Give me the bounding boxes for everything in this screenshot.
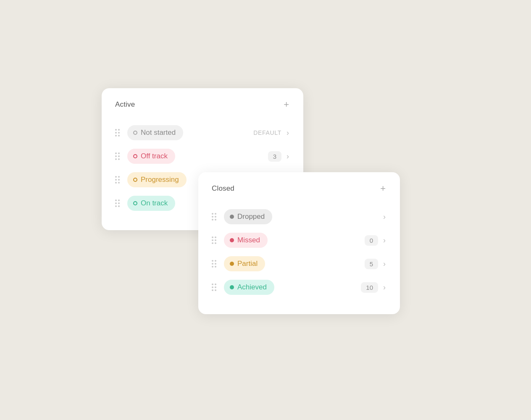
- drag-handle-achieved[interactable]: [212, 284, 216, 291]
- chevron-achieved[interactable]: ›: [382, 284, 386, 291]
- dot-partial: [230, 262, 234, 266]
- label-off-track: Off track: [141, 152, 168, 160]
- chevron-off-track[interactable]: ›: [286, 152, 290, 160]
- status-row-missed: Missed 0 ›: [212, 228, 386, 252]
- dot-on-track: [133, 201, 137, 205]
- badge-dropped: Dropped: [224, 209, 272, 224]
- chevron-partial[interactable]: ›: [382, 260, 386, 268]
- row-right-missed: 0 ›: [365, 235, 386, 246]
- closed-status-list: Dropped › Missed 0 ›: [212, 205, 386, 299]
- status-row-off-track: Off track 3 ›: [115, 144, 290, 168]
- label-dropped: Dropped: [237, 213, 265, 221]
- drag-handle-partial[interactable]: [212, 260, 216, 268]
- row-right-partial: 5 ›: [365, 259, 386, 269]
- active-panel-title: Active: [115, 100, 135, 109]
- closed-panel-title: Closed: [212, 184, 234, 193]
- chevron-not-started[interactable]: ›: [286, 129, 290, 136]
- label-progressing: Progressing: [141, 176, 179, 184]
- badge-missed: Missed: [224, 233, 268, 248]
- drag-handle-on-track[interactable]: [115, 200, 120, 207]
- badge-achieved: Achieved: [224, 280, 274, 295]
- row-right-dropped: ›: [382, 213, 386, 220]
- count-partial: 5: [365, 259, 378, 269]
- label-achieved: Achieved: [237, 283, 267, 291]
- status-row-dropped: Dropped ›: [212, 205, 386, 228]
- dot-not-started: [133, 131, 137, 135]
- status-row-achieved: Achieved 10 ›: [212, 276, 386, 299]
- badge-on-track: On track: [127, 196, 175, 211]
- status-row-not-started: Not started DEFAULT ›: [115, 121, 290, 144]
- row-right-not-started: DEFAULT ›: [253, 129, 290, 136]
- dot-achieved: [230, 285, 234, 289]
- dot-progressing: [133, 178, 137, 182]
- drag-handle-dropped[interactable]: [212, 213, 216, 220]
- row-right-off-track: 3 ›: [268, 151, 290, 162]
- active-panel-header: Active +: [115, 100, 290, 109]
- badge-off-track: Off track: [127, 149, 175, 164]
- badge-progressing: Progressing: [127, 172, 187, 187]
- label-partial: Partial: [237, 260, 258, 268]
- drag-handle-off-track[interactable]: [115, 152, 120, 160]
- status-row-partial: Partial 5 ›: [212, 252, 386, 276]
- label-on-track: On track: [141, 199, 168, 207]
- chevron-missed[interactable]: ›: [382, 236, 386, 244]
- row-right-achieved: 10 ›: [361, 282, 386, 293]
- count-off-track: 3: [268, 151, 281, 162]
- count-missed: 0: [365, 235, 378, 246]
- badge-not-started: Not started: [127, 125, 183, 140]
- closed-panel-header: Closed +: [212, 184, 386, 193]
- active-add-button[interactable]: +: [283, 100, 290, 109]
- closed-add-button[interactable]: +: [379, 184, 386, 193]
- label-not-started: Not started: [141, 129, 176, 137]
- count-achieved: 10: [361, 282, 378, 293]
- panels-wrapper: Active + Not started DEFAULT ›: [102, 88, 429, 332]
- chevron-dropped[interactable]: ›: [382, 213, 386, 220]
- label-missed: Missed: [237, 236, 260, 244]
- dot-missed: [230, 238, 234, 242]
- drag-handle-missed[interactable]: [212, 236, 216, 244]
- dot-off-track: [133, 154, 137, 158]
- drag-handle-progressing[interactable]: [115, 176, 120, 184]
- dot-dropped: [230, 215, 234, 219]
- default-label: DEFAULT: [253, 129, 281, 136]
- drag-handle-not-started[interactable]: [115, 129, 120, 136]
- closed-panel: Closed + Dropped ›: [198, 172, 400, 314]
- badge-partial: Partial: [224, 256, 265, 271]
